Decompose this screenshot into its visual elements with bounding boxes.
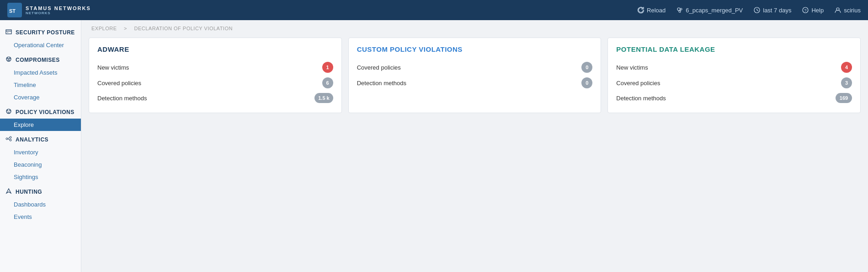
adware-covered-policies-label: Covered policies [97, 80, 141, 87]
sidebar-item-inventory[interactable]: Inventory [0, 146, 81, 158]
svg-line-30 [8, 138, 10, 139]
user-icon [835, 7, 841, 13]
custom-policy-violations-title: CUSTOM POLICY VIOLATIONS [357, 45, 593, 53]
app-body: SECURITY POSTURE Operational Center COMP… [0, 20, 868, 272]
sidebar-item-operational-center[interactable]: Operational Center [0, 39, 81, 51]
clock-icon [754, 7, 760, 13]
svg-point-28 [10, 136, 11, 138]
svg-line-21 [8, 59, 9, 60]
sidebar-section-policy-violations: POLICY VIOLATIONS [0, 103, 81, 119]
sidebar-section-security-posture: SECURITY POSTURE [0, 24, 81, 39]
sidebar-section-hunting: HUNTING [0, 183, 81, 198]
adware-row-detection-methods[interactable]: Detection methods 1.5 k [97, 91, 333, 105]
reload-icon [638, 7, 644, 13]
adware-detection-methods-badge: 1.5 k [314, 93, 333, 103]
probe-icon [676, 7, 683, 13]
help-button[interactable]: ? Help [802, 7, 824, 14]
hunting-icon [5, 188, 12, 196]
svg-point-29 [10, 139, 11, 141]
compromises-icon [5, 56, 12, 64]
svg-line-5 [679, 11, 680, 11]
svg-line-31 [8, 139, 10, 140]
sidebar-item-timeline[interactable]: Timeline [0, 79, 81, 91]
stamus-logo-icon: ST [7, 3, 22, 17]
cpv-row-covered-policies[interactable]: Covered policies 0 [357, 60, 593, 75]
adware-card-title: ADWARE [97, 45, 333, 53]
nav-actions: Reload 6_pcaps_merged_PV last 7 days [638, 7, 861, 14]
adware-row-new-victims[interactable]: New victims 1 [97, 60, 333, 75]
breadcrumb-current: DECLARATION OF POLICY VIOLATION [134, 26, 233, 31]
policy-violations-icon [5, 108, 12, 116]
svg-point-26 [8, 112, 10, 114]
svg-rect-13 [6, 30, 11, 34]
pdl-detection-methods-label: Detection methods [616, 95, 666, 102]
pdl-row-covered-policies[interactable]: Covered policies 3 [616, 75, 852, 91]
svg-marker-32 [6, 189, 11, 193]
svg-text:?: ? [804, 8, 807, 13]
cpv-covered-policies-label: Covered policies [357, 64, 401, 71]
sidebar-item-explore[interactable]: Explore [0, 119, 81, 131]
logo-line2: NETWORKS [26, 11, 91, 15]
analytics-icon [5, 136, 12, 143]
sidebar-item-impacted-assets[interactable]: Impacted Assets [0, 66, 81, 79]
probe-selector[interactable]: 6_pcaps_merged_PV [676, 7, 743, 14]
svg-line-9 [757, 10, 758, 11]
svg-text:ST: ST [9, 8, 16, 14]
pdl-row-new-victims[interactable]: New victims 4 [616, 60, 852, 75]
cpv-detection-methods-badge: 0 [581, 77, 592, 88]
sidebar-item-dashboards[interactable]: Dashboards [0, 198, 81, 211]
svg-point-25 [10, 110, 11, 111]
user-menu[interactable]: scirius [835, 7, 861, 14]
potential-data-leakage-card: POTENTIAL DATA LEAKAGE New victims 4 Cov… [607, 38, 861, 113]
security-posture-icon [5, 28, 12, 36]
sidebar-item-beaconing[interactable]: Beaconing [0, 158, 81, 171]
svg-point-19 [8, 60, 10, 61]
sidebar-item-sightings[interactable]: Sightings [0, 171, 81, 183]
cards-row: ADWARE New victims 1 Covered policies 6 … [89, 38, 861, 113]
svg-line-22 [9, 59, 10, 60]
sidebar-section-analytics: ANALYTICS [0, 131, 81, 146]
sidebar-item-coverage[interactable]: Coverage [0, 91, 81, 103]
adware-new-victims-badge: 1 [322, 62, 333, 73]
pdl-new-victims-label: New victims [616, 64, 648, 71]
help-icon: ? [802, 7, 809, 13]
pdl-covered-policies-label: Covered policies [616, 80, 660, 87]
sidebar: SECURITY POSTURE Operational Center COMP… [0, 20, 81, 272]
pdl-detection-methods-badge: 169 [836, 93, 852, 103]
logo: ST STAMUS NETWORKS NETWORKS [7, 3, 638, 17]
svg-point-18 [10, 58, 11, 59]
reload-button[interactable]: Reload [638, 7, 666, 14]
adware-card: ADWARE New victims 1 Covered policies 6 … [89, 38, 342, 113]
cpv-detection-methods-label: Detection methods [357, 80, 406, 87]
pdl-new-victims-badge: 4 [841, 62, 852, 73]
logo-line1: STAMUS NETWORKS [26, 5, 91, 11]
svg-point-17 [7, 58, 8, 59]
adware-covered-policies-badge: 6 [322, 77, 333, 88]
sidebar-section-compromises: COMPROMISES [0, 51, 81, 66]
svg-point-27 [6, 138, 8, 140]
adware-new-victims-label: New victims [97, 64, 129, 71]
breadcrumb-explore[interactable]: EXPLORE [91, 26, 117, 31]
sidebar-item-events[interactable]: Events [0, 211, 81, 223]
breadcrumb: EXPLORE > DECLARATION OF POLICY VIOLATIO… [89, 26, 861, 31]
pdl-row-detection-methods[interactable]: Detection methods 169 [616, 91, 852, 105]
adware-row-covered-policies[interactable]: Covered policies 6 [97, 75, 333, 91]
cpv-row-detection-methods[interactable]: Detection methods 0 [357, 75, 593, 91]
adware-detection-methods-label: Detection methods [97, 95, 147, 102]
custom-policy-violations-card: CUSTOM POLICY VIOLATIONS Covered policie… [348, 38, 602, 113]
top-navigation: ST STAMUS NETWORKS NETWORKS Reload 6_pca… [0, 0, 868, 20]
pdl-covered-policies-badge: 3 [841, 77, 852, 88]
cpv-covered-policies-badge: 0 [581, 62, 592, 73]
potential-data-leakage-title: POTENTIAL DATA LEAKAGE [616, 45, 852, 53]
time-range-selector[interactable]: last 7 days [754, 7, 791, 14]
svg-point-4 [679, 11, 681, 12]
svg-point-24 [7, 110, 8, 111]
main-content: EXPLORE > DECLARATION OF POLICY VIOLATIO… [81, 20, 868, 272]
